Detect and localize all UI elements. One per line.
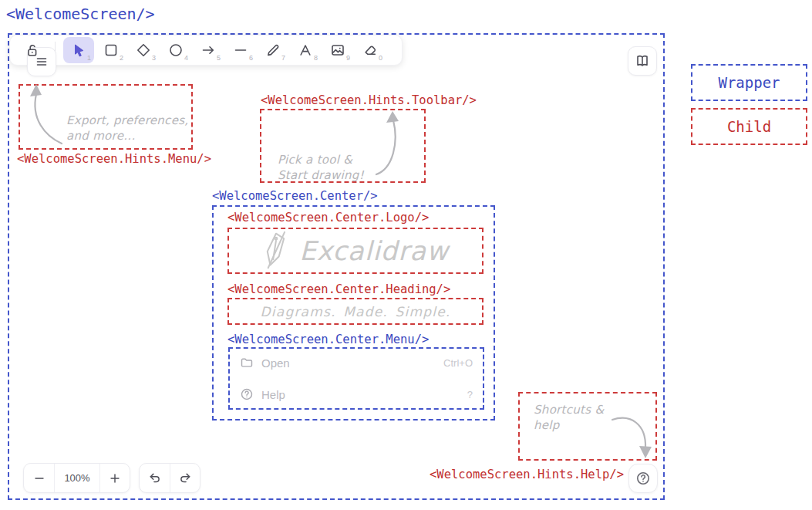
tool-key: 9 bbox=[346, 54, 350, 62]
zoom-level[interactable]: 100% bbox=[54, 464, 99, 492]
hint-menu-text: Export, preferences, and more... bbox=[66, 113, 188, 144]
hints-help-label: <WelcomeScreen.Hints.Help/> bbox=[430, 468, 624, 481]
center-heading-box: Diagrams. Made. Simple. bbox=[227, 298, 483, 325]
tool-text[interactable]: 8 bbox=[290, 37, 321, 63]
excalidraw-pen-icon bbox=[262, 231, 288, 271]
hint-line: Shortcuts & bbox=[534, 402, 604, 417]
zoom-controls: 100% bbox=[23, 463, 130, 493]
excalidraw-logo-text: Excalidraw bbox=[299, 235, 449, 266]
tool-key: 7 bbox=[281, 54, 285, 62]
menu-item-shortcut: ? bbox=[467, 389, 473, 400]
tool-key: 8 bbox=[314, 54, 318, 62]
curved-arrow-icon bbox=[370, 108, 406, 179]
redo-arrow-icon bbox=[178, 471, 193, 485]
hint-line: Start drawing! bbox=[278, 167, 364, 183]
tool-line[interactable]: 6 bbox=[225, 37, 256, 63]
menu-item-open[interactable]: Open Ctrl+O bbox=[240, 356, 473, 370]
hint-line: help bbox=[534, 417, 604, 433]
welcome-screen-wrapper: 1 2 3 4 5 bbox=[8, 33, 665, 500]
legend-child-label: Child bbox=[727, 118, 771, 135]
eraser-icon bbox=[362, 42, 378, 58]
tool-eraser[interactable]: 0 bbox=[355, 37, 386, 63]
hints-toolbar-label: <WelcomeScreen.Hints.Toolbar/> bbox=[261, 93, 477, 107]
tool-ellipse[interactable]: 4 bbox=[160, 37, 191, 63]
pencil-icon bbox=[265, 42, 281, 58]
arrow-right-icon bbox=[200, 42, 216, 58]
legend-child-box: Child bbox=[691, 108, 807, 145]
tool-key: 2 bbox=[120, 54, 123, 62]
center-label: <WelcomeScreen.Center/> bbox=[212, 189, 378, 203]
toolbar: 1 2 3 4 5 bbox=[9, 35, 403, 66]
center-menu-label: <WelcomeScreen.Center.Menu/> bbox=[227, 333, 429, 346]
redo-button[interactable] bbox=[170, 464, 200, 492]
zoom-out-button[interactable] bbox=[24, 464, 54, 492]
lock-button[interactable] bbox=[16, 37, 47, 63]
minus-icon bbox=[32, 471, 46, 485]
tool-arrow[interactable]: 5 bbox=[193, 37, 224, 63]
cursor-arrow-icon bbox=[71, 42, 86, 58]
book-icon bbox=[635, 53, 650, 69]
tool-key: 4 bbox=[184, 54, 188, 62]
hint-toolbar-text: Pick a tool & Start drawing! bbox=[278, 152, 364, 184]
center-logo-label: <WelcomeScreen.Center.Logo/> bbox=[227, 211, 429, 225]
center-heading-label: <WelcomeScreen.Center.Heading/> bbox=[227, 282, 450, 296]
tool-diamond[interactable]: 3 bbox=[128, 37, 159, 63]
tool-key: 5 bbox=[217, 54, 221, 62]
undo-arrow-icon bbox=[147, 471, 162, 485]
center-logo-box: Excalidraw bbox=[227, 228, 483, 274]
diamond-icon bbox=[136, 42, 151, 58]
line-icon bbox=[233, 42, 248, 58]
hint-help-text: Shortcuts & help bbox=[534, 402, 604, 434]
question-circle-icon bbox=[240, 387, 254, 401]
menu-item-help[interactable]: Help ? bbox=[240, 387, 473, 401]
curved-arrow-icon bbox=[608, 407, 655, 463]
menu-item-label: Help bbox=[261, 388, 285, 401]
library-button[interactable] bbox=[628, 46, 657, 76]
tool-rectangle[interactable]: 2 bbox=[96, 37, 126, 63]
hint-line: Export, preferences, bbox=[66, 113, 188, 128]
hint-line: and more... bbox=[66, 128, 188, 144]
menu-item-shortcut: Ctrl+O bbox=[443, 357, 473, 369]
legend-wrapper-box: Wrapper bbox=[691, 64, 807, 101]
legend-wrapper-label: Wrapper bbox=[718, 74, 780, 91]
curved-arrow-icon bbox=[23, 82, 69, 148]
circle-icon bbox=[168, 42, 184, 58]
hints-menu-label: <WelcomeScreen.Hints.Menu/> bbox=[17, 152, 211, 166]
tool-image[interactable]: 9 bbox=[322, 37, 353, 63]
tool-draw[interactable]: 7 bbox=[258, 37, 288, 63]
square-icon bbox=[103, 42, 119, 58]
question-circle-icon bbox=[635, 471, 651, 486]
tool-key: 3 bbox=[152, 54, 156, 62]
folder-icon bbox=[240, 356, 254, 370]
image-icon bbox=[330, 42, 345, 58]
hint-line: Pick a tool & bbox=[278, 152, 364, 167]
help-button[interactable] bbox=[628, 464, 658, 493]
heading-text: Diagrams. Made. Simple. bbox=[261, 304, 451, 319]
letter-a-icon bbox=[298, 42, 313, 58]
menu-item-label: Open bbox=[261, 356, 290, 370]
history-controls bbox=[139, 463, 200, 493]
welcomescreen-label: <WelcomeScreen/> bbox=[6, 5, 155, 23]
center-box: <WelcomeScreen.Center.Logo/> Excalidraw … bbox=[212, 205, 495, 420]
plus-icon bbox=[108, 471, 122, 485]
tool-key: 1 bbox=[87, 54, 91, 62]
lock-open-icon bbox=[24, 42, 39, 58]
center-menu-box: Open Ctrl+O Help ? bbox=[228, 347, 484, 410]
tool-selection[interactable]: 1 bbox=[63, 37, 94, 63]
tool-key: 6 bbox=[249, 54, 253, 62]
undo-button[interactable] bbox=[140, 464, 170, 492]
zoom-in-button[interactable] bbox=[99, 464, 130, 492]
tool-key: 0 bbox=[379, 54, 382, 62]
